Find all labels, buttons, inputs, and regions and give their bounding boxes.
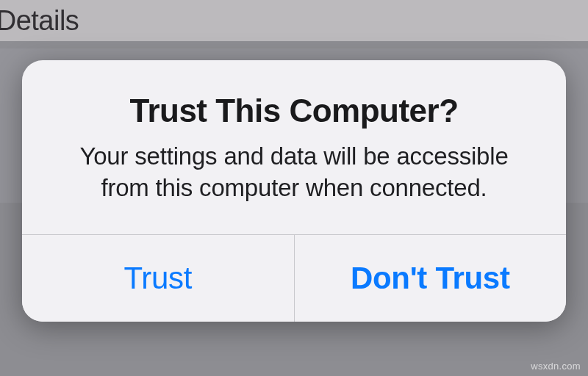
- trust-computer-alert: Trust This Computer? Your settings and d…: [22, 60, 566, 321]
- watermark: wsxdn.com: [531, 361, 581, 372]
- alert-button-row: Trust Don't Trust: [22, 234, 566, 322]
- alert-title: Trust This Computer?: [57, 93, 531, 129]
- trust-button[interactable]: Trust: [22, 235, 295, 322]
- alert-message: Your settings and data will be accessibl…: [57, 141, 531, 203]
- alert-body: Trust This Computer? Your settings and d…: [22, 60, 566, 234]
- dont-trust-button[interactable]: Don't Trust: [295, 235, 567, 322]
- modal-overlay: Trust This Computer? Your settings and d…: [0, 0, 588, 376]
